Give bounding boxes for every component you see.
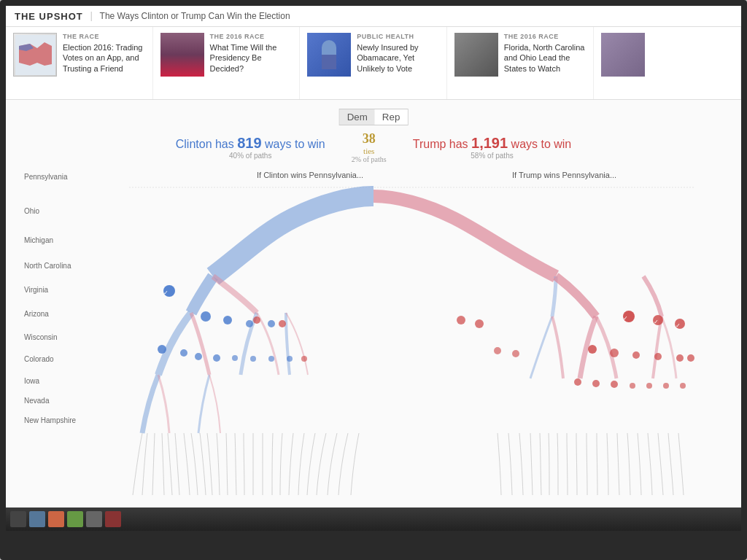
article-text-3: PUBLIC HEALTH Newly Insured by Obamacare… xyxy=(357,33,439,74)
article-text-1: THE RACE Election 2016: Trading Votes on… xyxy=(63,33,145,74)
article-section-3: PUBLIC HEALTH xyxy=(357,33,439,40)
article-headline-1: Election 2016: Trading Votes on an App, … xyxy=(63,42,145,74)
election-tree-svg: If Clinton wins Pennsylvania... If Trump… xyxy=(20,167,727,524)
screen: THE UPSHOT | The Ways Clinton or Trump C… xyxy=(6,6,741,531)
clinton-number: 819 xyxy=(237,135,261,151)
upshot-logo[interactable]: THE UPSHOT xyxy=(15,11,83,22)
nav-title: The Ways Clinton or Trump Can Win the El… xyxy=(100,11,290,21)
ties-sub: 2% of paths xyxy=(340,155,398,163)
outcome-trump-10 xyxy=(574,378,581,386)
article-item-3[interactable]: PUBLIC HEALTH Newly Insured by Obamacare… xyxy=(300,27,447,99)
check-clinton-1: ✓ xyxy=(163,289,169,296)
state-label-nh: New Hampshire xyxy=(24,416,76,424)
outcome-clinton-13 xyxy=(287,356,293,362)
state-label-az: Arizona xyxy=(24,310,49,318)
outcome-clinton-4 xyxy=(246,320,253,327)
outcome-clinton-5 xyxy=(268,320,275,327)
outcome-clinton-11 xyxy=(250,356,256,362)
outcome-trump-12 xyxy=(611,381,618,388)
article-headline-3: Newly Insured by Obamacare, Yet Unlikely… xyxy=(357,42,439,74)
outcome-trump-5 xyxy=(610,349,619,357)
article-headline-4: Florida, North Carolina and Ohio Lead th… xyxy=(504,42,587,74)
state-label-pa: Pennsylvania xyxy=(24,173,67,181)
state-label-wi: Wisconsin xyxy=(24,333,58,341)
stats-header: Dem Rep Clinton has 819 ways to win 40% … xyxy=(20,107,727,167)
viz-area: Pennsylvania Ohio Michigan North Carolin… xyxy=(20,167,727,524)
trump-stat-text: Trump has 1,191 ways to win xyxy=(413,135,572,152)
check-trump-1: ✓ xyxy=(623,315,628,322)
article-item-2[interactable]: THE 2016 RACE What Time Will the Preside… xyxy=(153,27,301,99)
svg-rect-4 xyxy=(322,62,336,69)
ties-label: ties xyxy=(340,147,398,155)
state-label-va: Virginia xyxy=(24,286,48,294)
outcome-trump-7 xyxy=(654,353,662,360)
taskbar xyxy=(6,508,741,531)
outcome-clinton-3 xyxy=(223,316,232,324)
article-thumb-3 xyxy=(307,33,351,77)
top-nav: THE UPSHOT | The Ways Clinton or Trump C… xyxy=(6,6,741,27)
dem-rep-tabs: Dem Rep xyxy=(339,109,409,125)
outcome-trump-8 xyxy=(676,354,684,362)
clinton-stats: Clinton has 819 ways to win 40% of paths xyxy=(176,135,325,160)
clinton-suffix: ways to win xyxy=(262,138,325,150)
articles-bar: THE RACE Election 2016: Trading Votes on… xyxy=(6,27,741,100)
outcome-trump-left-1 xyxy=(253,316,260,324)
main-content: Dem Rep Clinton has 819 ways to win 40% … xyxy=(6,100,741,531)
state-label-mi: Michigan xyxy=(24,236,53,244)
article-thumb-4 xyxy=(454,33,498,77)
state-labels: Pennsylvania Ohio Michigan North Carolin… xyxy=(20,167,104,524)
article-headline-2: What Time Will the Presidency Be Decided… xyxy=(210,42,293,74)
check-trump-2: ✓ xyxy=(654,319,659,325)
outcome-clinton-9 xyxy=(213,354,220,362)
outcome-trump-4 xyxy=(588,345,597,354)
outcome-clinton-6 xyxy=(158,345,166,354)
trump-pa-label: If Trump wins Pennsylvania... xyxy=(512,171,616,179)
article-section-2: THE 2016 RACE xyxy=(210,33,293,40)
outcome-mid-1 xyxy=(457,316,465,324)
trump-label: Trump has xyxy=(413,138,471,150)
outcome-trump-13 xyxy=(630,383,635,389)
state-label-co: Colorado xyxy=(24,355,54,363)
ties-number: 38 xyxy=(340,131,398,147)
outcome-clinton-12 xyxy=(268,356,274,362)
outcome-mid-4 xyxy=(512,350,519,357)
outcome-clinton-8 xyxy=(195,353,202,360)
article-text-4: THE 2016 RACE Florida, North Carolina an… xyxy=(504,33,587,74)
article-text-2: THE 2016 RACE What Time Will the Preside… xyxy=(210,33,293,74)
trump-number: 1,191 xyxy=(471,135,508,151)
check-trump-3: ✓ xyxy=(676,322,681,329)
article-thumb-5 xyxy=(601,33,645,77)
state-label-ia: Iowa xyxy=(24,377,39,385)
outcome-trump-15 xyxy=(663,383,669,389)
taskbar-icon-6[interactable] xyxy=(105,511,121,527)
clinton-sub: 40% of paths xyxy=(176,152,325,160)
article-thumb-2 xyxy=(160,33,204,77)
outcome-trump-6 xyxy=(632,351,640,359)
monitor: THE UPSHOT | The Ways Clinton or Trump C… xyxy=(0,0,747,560)
outcome-clinton-10 xyxy=(232,355,238,361)
clinton-stat-text: Clinton has 819 ways to win xyxy=(176,135,325,152)
article-thumb-1 xyxy=(13,33,57,77)
clinton-pa-label: If Clinton wins Pennsylvania... xyxy=(257,171,363,179)
ties-stats: 38 ties 2% of paths xyxy=(340,131,398,163)
dem-tab[interactable]: Dem xyxy=(340,109,375,125)
article-item-1[interactable]: THE RACE Election 2016: Trading Votes on… xyxy=(6,27,153,99)
outcome-clinton-7 xyxy=(180,349,187,357)
outcome-clinton-2 xyxy=(201,311,211,322)
state-label-nv: Nevada xyxy=(24,397,49,405)
outcome-mid-3 xyxy=(494,347,501,354)
nav-divider: | xyxy=(90,10,93,22)
article-item-5[interactable] xyxy=(594,27,741,99)
trump-sub: 58% of paths xyxy=(413,152,572,160)
outcome-trump-14 xyxy=(646,383,652,389)
outcome-trump-left-2 xyxy=(279,320,286,327)
trump-stats: Trump has 1,191 ways to win 58% of paths xyxy=(413,135,572,160)
clinton-label: Clinton has xyxy=(176,138,238,150)
article-item-4[interactable]: THE 2016 RACE Florida, North Carolina an… xyxy=(447,27,595,99)
state-label-oh: Ohio xyxy=(24,207,39,215)
rep-tab[interactable]: Rep xyxy=(375,109,407,125)
article-section-4: THE 2016 RACE xyxy=(504,33,587,40)
outcome-trump-11 xyxy=(592,380,600,387)
outcome-trump-9 xyxy=(687,354,694,362)
outcome-trump-16 xyxy=(680,383,686,389)
